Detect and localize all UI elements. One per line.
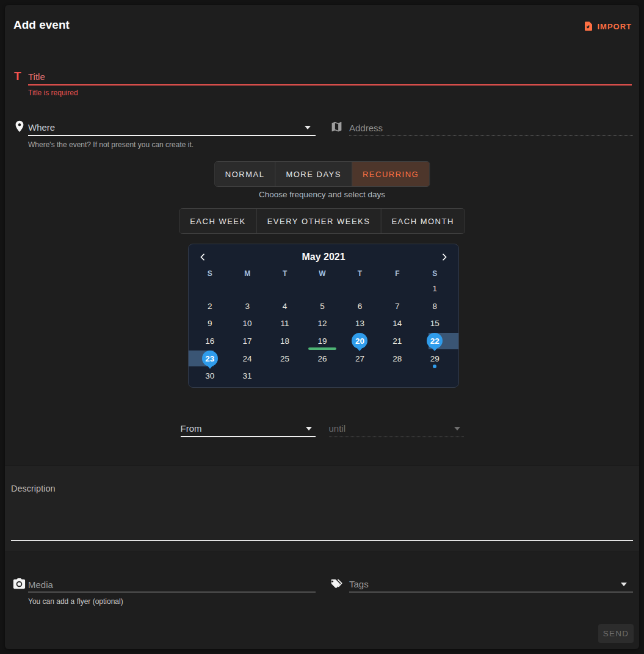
calendar-day-number: 30 [205, 371, 214, 380]
media-input[interactable] [28, 578, 272, 591]
calendar-day-empty [303, 280, 341, 297]
until-select[interactable]: until [329, 419, 464, 437]
calendar-day[interactable]: 7 [378, 297, 416, 315]
tags-label: Tags [349, 579, 369, 589]
calendar-day-number: 8 [433, 302, 438, 311]
calendar-day[interactable]: 26 [303, 350, 341, 368]
calendar-day-number: 23 [202, 351, 218, 366]
until-underline [329, 437, 464, 437]
weekday-label: T [341, 267, 378, 280]
calendar-day[interactable]: 24 [228, 350, 266, 368]
prev-month-button[interactable] [195, 250, 211, 264]
calendar-day[interactable]: 20 [341, 332, 378, 350]
page-title: Add event [13, 18, 70, 32]
location-pin-icon [13, 120, 26, 133]
calendar-day[interactable]: 17 [228, 332, 266, 350]
title-underline [28, 84, 632, 85]
weekday-label: T [266, 267, 303, 280]
from-select[interactable]: From [181, 419, 316, 437]
calendar-day-number: 1 [433, 284, 438, 293]
import-button[interactable]: IMPORT [583, 21, 632, 32]
tags-underline [349, 592, 633, 592]
until-label: until [329, 423, 346, 434]
calendar-day[interactable]: 29 [416, 350, 454, 368]
add-event-card: Add event IMPORT T Title is required Whe… [5, 5, 639, 649]
calendar-day-number: 29 [430, 354, 440, 363]
calendar-day[interactable]: 15 [416, 314, 454, 332]
chevron-down-icon [306, 427, 312, 431]
calendar-day-number: 3 [245, 302, 250, 311]
calendar-day-number: 22 [427, 333, 443, 349]
calendar-day[interactable]: 2 [191, 297, 228, 315]
tab-recurring[interactable]: RECURRING [352, 162, 429, 186]
calendar-day-empty [228, 280, 266, 297]
calendar-weekdays: SMTWTFS [189, 265, 458, 280]
calendar-day-number: 17 [243, 336, 252, 346]
title-input[interactable] [28, 69, 632, 84]
title-icon: T [14, 70, 29, 83]
calendar-day[interactable]: 10 [228, 314, 266, 332]
tab-every-other-weeks[interactable]: EVERY OTHER WEEKS [256, 209, 381, 233]
calendar-day[interactable]: 19 [303, 332, 341, 350]
calendar-day[interactable]: 13 [341, 314, 378, 332]
calendar-day[interactable]: 8 [416, 297, 454, 315]
tags-select[interactable]: Tags [349, 578, 633, 591]
calendar-day-number: 12 [317, 319, 327, 328]
where-label: Where [28, 122, 55, 133]
calendar-day[interactable]: 18 [266, 332, 303, 350]
address-underline [349, 136, 633, 136]
weekday-label: W [303, 267, 341, 280]
tab-more-days[interactable]: MORE DAYS [275, 162, 352, 186]
calendar-day[interactable]: 22 [416, 332, 454, 350]
where-select[interactable]: Where [28, 121, 316, 136]
tab-each-month[interactable]: EACH MONTH [380, 209, 464, 233]
calendar-day-empty [266, 280, 303, 297]
calendar-day-number: 31 [243, 371, 252, 380]
calendar-day[interactable]: 4 [266, 297, 303, 315]
calendar-day-number: 7 [395, 302, 400, 311]
calendar-day-empty [341, 367, 378, 385]
calendar-day[interactable]: 30 [191, 367, 228, 385]
map-icon [330, 120, 343, 133]
tab-each-week[interactable]: EACH WEEK [179, 209, 256, 233]
calendar-day[interactable]: 11 [266, 314, 303, 332]
calendar-day-number: 5 [320, 302, 325, 311]
calendar-day[interactable]: 9 [191, 314, 228, 332]
calendar-day[interactable]: 25 [266, 350, 303, 368]
calendar-day-number: 21 [393, 336, 402, 346]
calendar-day[interactable]: 21 [378, 332, 416, 350]
calendar-day[interactable]: 27 [341, 350, 378, 368]
calendar-day[interactable]: 14 [378, 314, 416, 332]
calendar-day[interactable]: 1 [416, 280, 454, 297]
calendar-day[interactable]: 5 [303, 297, 341, 315]
description-input[interactable] [11, 496, 633, 539]
send-button[interactable]: SEND [598, 624, 634, 643]
calendar-day-empty [378, 280, 416, 297]
calendar-day[interactable]: 16 [191, 332, 228, 350]
chevron-down-icon [454, 427, 460, 431]
chevron-down-icon [305, 126, 311, 129]
calendar-day-number: 10 [243, 319, 252, 328]
calendar-day-number: 15 [430, 319, 440, 328]
calendar-day[interactable]: 23 [191, 350, 228, 368]
weekday-label: S [191, 267, 228, 280]
calendar-day[interactable]: 28 [378, 350, 416, 368]
calendar-day-empty [191, 280, 228, 297]
weekday-label: M [228, 267, 266, 280]
calendar-day[interactable]: 12 [303, 314, 341, 332]
next-month-button[interactable] [436, 250, 452, 264]
chevron-down-icon [621, 583, 627, 586]
calendar-day-empty [303, 367, 341, 385]
address-input[interactable] [349, 120, 631, 135]
calendar-day[interactable]: 3 [228, 297, 266, 315]
calendar-day-number: 20 [352, 333, 367, 349]
calendar-day[interactable]: 6 [341, 297, 378, 315]
tab-normal[interactable]: NORMAL [215, 162, 275, 186]
import-label: IMPORT [597, 22, 632, 31]
calendar-day-empty [341, 280, 378, 297]
frequency-hint: Choose frequency and select days [5, 190, 639, 199]
calendar-day-number: 9 [208, 319, 212, 328]
calendar-day-empty [416, 367, 454, 385]
from-underline [181, 436, 316, 437]
calendar-day[interactable]: 31 [228, 367, 266, 385]
